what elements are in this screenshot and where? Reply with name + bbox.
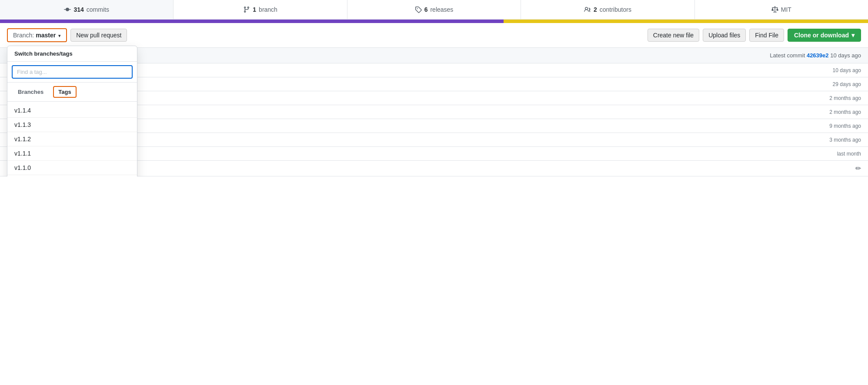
releases-label: releases [430, 6, 453, 13]
commits-label: commits [87, 6, 109, 13]
branch-dropdown-button[interactable]: Branch: master [7, 28, 67, 42]
branches-tab[interactable]: Branches [13, 87, 48, 97]
new-pr-label: New pull request [76, 32, 121, 39]
releases-count: 6 [424, 6, 428, 13]
tag-item-v114[interactable]: v1.1.4 [7, 103, 137, 118]
contributors-label: contributors [600, 6, 631, 13]
dropdown-search-area [7, 62, 137, 83]
branches-count: 1 [253, 6, 256, 13]
tag-icon [415, 6, 422, 13]
commit-hash[interactable]: 42639e2 [807, 52, 829, 59]
commit-time: 10 days ago [830, 52, 861, 59]
license-stat[interactable]: MIT [695, 0, 868, 19]
tag-item-v100[interactable]: v1.0.0 [7, 175, 137, 176]
find-label: Find File [755, 32, 778, 39]
edit-icon[interactable]: ✏ [855, 164, 861, 173]
file-time-5: 3 months ago [813, 137, 861, 143]
releases-stat[interactable]: 6 releases [347, 0, 521, 19]
new-pull-request-button[interactable]: New pull request [70, 29, 127, 42]
tags-tab-label: Tags [58, 89, 71, 95]
clone-or-download-button[interactable]: Clone or download ▾ [788, 29, 861, 42]
branch-tag-dropdown: Switch branches/tags Branches Tags v1.1.… [7, 46, 137, 176]
commits-count: 314 [73, 6, 83, 13]
tag-item-v113[interactable]: v1.1.3 [7, 118, 137, 132]
branch-chevron-icon [57, 32, 61, 39]
tag-item-v111[interactable]: v1.1.1 [7, 146, 137, 161]
lang-segment-js [0, 20, 504, 23]
tag-item-v112[interactable]: v1.1.2 [7, 132, 137, 146]
tags-tab[interactable]: Tags [53, 86, 76, 98]
file-time-1: 29 days ago [813, 81, 861, 87]
branch-icon [243, 6, 250, 13]
commit-prefix: Latest commit [770, 52, 805, 59]
file-time-2: 2 months ago [813, 95, 861, 101]
clone-chevron-icon: ▾ [851, 32, 855, 39]
commits-stat[interactable]: 314 commits [0, 0, 174, 19]
file-time-0: 10 days ago [813, 67, 861, 73]
tag-search-input[interactable] [12, 65, 133, 79]
branch-name: master [36, 32, 56, 39]
contributors-stat[interactable]: 2 contributors [521, 0, 694, 19]
dropdown-tabs: Branches Tags [7, 83, 137, 102]
toolbar-right: Create new file Upload files Find File C… [648, 29, 861, 42]
upload-files-button[interactable]: Upload files [703, 29, 746, 42]
file-time-6: last month [813, 151, 861, 157]
tag-item-v110[interactable]: v1.1.0 [7, 161, 137, 175]
tags-list: v1.1.4 v1.1.3 v1.1.2 v1.1.1 v1.1.0 v1.0.… [7, 102, 137, 176]
contributors-count: 2 [594, 6, 597, 13]
file-time-4: 9 months ago [813, 123, 861, 129]
dropdown-header: Switch branches/tags [7, 46, 137, 62]
language-bar [0, 20, 868, 23]
toolbar-row: Branch: master New pull request Create n… [0, 23, 868, 48]
branch-label: Branch: [13, 32, 34, 39]
branches-label: branch [259, 6, 277, 13]
create-new-file-button[interactable]: Create new file [648, 29, 699, 42]
create-file-label: Create new file [653, 32, 694, 39]
license-label: MIT [781, 6, 791, 13]
find-file-button[interactable]: Find File [749, 29, 784, 42]
upload-label: Upload files [708, 32, 740, 39]
clone-label: Clone or download [794, 32, 849, 39]
contributors-icon [584, 6, 591, 13]
commits-icon [64, 6, 71, 13]
stats-bar: 314 commits 1 branch 6 releases 2 contri… [0, 0, 868, 20]
file-time-3: 2 months ago [813, 109, 861, 115]
branches-tab-label: Branches [18, 89, 43, 95]
branches-stat[interactable]: 1 branch [174, 0, 347, 19]
license-icon [771, 6, 778, 13]
lang-segment-css [504, 20, 868, 23]
